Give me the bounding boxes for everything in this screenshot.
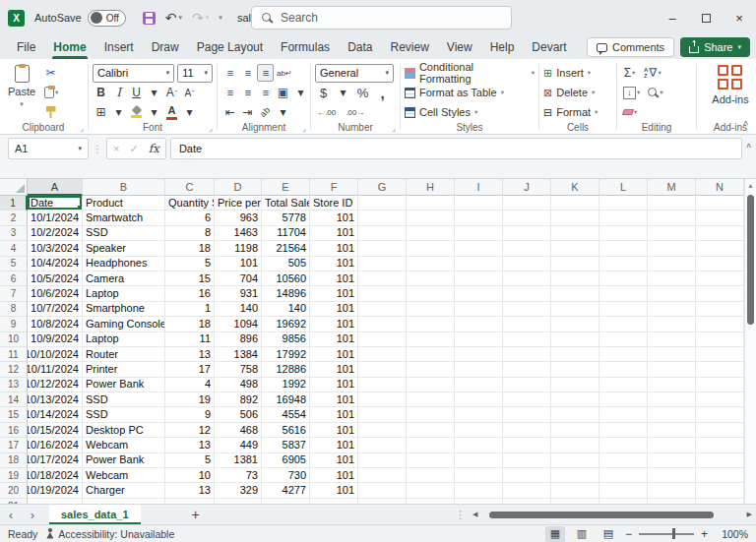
insert-function-button[interactable]: fx bbox=[149, 142, 159, 155]
cell-L11[interactable] bbox=[599, 347, 648, 362]
cell-J20[interactable] bbox=[503, 483, 551, 498]
cell-A6[interactable]: 10/5/2024 bbox=[28, 271, 83, 286]
cell-C12[interactable]: 17 bbox=[165, 362, 215, 377]
number-dialog-launcher-icon[interactable]: ⌟ bbox=[392, 124, 396, 133]
cell-E3[interactable]: 11704 bbox=[262, 226, 310, 241]
scroll-left-icon[interactable]: ◀ bbox=[472, 511, 477, 518]
cell-K20[interactable] bbox=[551, 483, 599, 498]
wrap-text-button[interactable]: ab↵ bbox=[275, 64, 294, 82]
font-color-dropdown[interactable]: ▾ bbox=[181, 103, 198, 121]
align-left-button[interactable]: ≡ bbox=[221, 84, 238, 101]
fill-color-button[interactable] bbox=[128, 103, 145, 121]
cell-D1[interactable]: Price per Unit bbox=[215, 196, 262, 211]
cell-E16[interactable]: 5616 bbox=[262, 423, 310, 438]
cell-B1[interactable]: Product bbox=[83, 196, 165, 211]
row-header-3[interactable]: 3 bbox=[0, 226, 28, 241]
cell-A1[interactable]: Date bbox=[28, 196, 83, 211]
cell-B18[interactable]: Power Bank bbox=[83, 453, 165, 468]
cell-K10[interactable] bbox=[551, 332, 599, 347]
cell-C13[interactable]: 4 bbox=[165, 378, 215, 392]
tab-draw[interactable]: Draw bbox=[143, 35, 188, 59]
cell-J7[interactable] bbox=[503, 286, 551, 301]
cell-M20[interactable] bbox=[648, 483, 696, 498]
cell-B7[interactable]: Laptop bbox=[83, 286, 165, 301]
orientation-button[interactable]: ab bbox=[257, 103, 274, 121]
cell-J16[interactable] bbox=[503, 423, 551, 438]
cell-I12[interactable] bbox=[455, 362, 503, 377]
cell-F8[interactable]: 101 bbox=[310, 302, 358, 317]
cell-L18[interactable] bbox=[599, 453, 648, 468]
cell-K3[interactable] bbox=[551, 226, 599, 241]
cell-C6[interactable]: 15 bbox=[165, 271, 215, 286]
cell-B9[interactable]: Gaming Console bbox=[83, 317, 165, 331]
italic-button[interactable]: I bbox=[110, 84, 127, 101]
cell-D13[interactable]: 498 bbox=[215, 378, 262, 392]
cell-G6[interactable] bbox=[358, 271, 407, 286]
cell-N17[interactable] bbox=[696, 438, 744, 452]
cell-K5[interactable] bbox=[551, 257, 599, 271]
cell-M19[interactable] bbox=[648, 468, 696, 483]
underline-button[interactable]: U bbox=[128, 84, 145, 101]
cell-J6[interactable] bbox=[503, 271, 551, 286]
autosum-button[interactable]: Σ▾ bbox=[621, 64, 638, 82]
cell-H12[interactable] bbox=[407, 362, 455, 377]
cell-A19[interactable]: 10/18/2024 bbox=[28, 468, 83, 483]
cell-F11[interactable]: 101 bbox=[310, 347, 358, 362]
cell-B10[interactable]: Laptop bbox=[83, 332, 165, 347]
cell-D5[interactable]: 101 bbox=[215, 257, 262, 271]
cell-I10[interactable] bbox=[455, 332, 503, 347]
cell-C16[interactable]: 12 bbox=[165, 423, 215, 438]
zoom-in-button[interactable]: + bbox=[701, 527, 708, 541]
cell-H9[interactable] bbox=[407, 317, 455, 331]
decrease-font-size-button[interactable]: Aˇ bbox=[181, 84, 198, 101]
cell-L9[interactable] bbox=[599, 317, 648, 331]
cell-N15[interactable] bbox=[696, 407, 744, 422]
cell-C18[interactable]: 5 bbox=[165, 453, 215, 468]
cell-E14[interactable]: 16948 bbox=[262, 392, 310, 407]
cell-J11[interactable] bbox=[503, 347, 551, 362]
cell-M5[interactable] bbox=[648, 257, 696, 271]
accounting-format-dropdown[interactable]: ▾ bbox=[335, 84, 351, 101]
cell-F4[interactable]: 101 bbox=[310, 241, 358, 256]
select-all-corner[interactable] bbox=[0, 179, 28, 196]
row-header-14[interactable]: 14 bbox=[0, 392, 28, 407]
tab-data[interactable]: Data bbox=[339, 35, 381, 59]
cell-M18[interactable] bbox=[648, 453, 696, 468]
cell-B11[interactable]: Router bbox=[83, 347, 165, 362]
sort-filter-button[interactable]: AZ ∇ ▾ bbox=[642, 64, 663, 82]
cell-J14[interactable] bbox=[503, 392, 551, 407]
column-header-f[interactable]: F bbox=[310, 179, 358, 196]
cell-L7[interactable] bbox=[599, 286, 648, 301]
cell-M15[interactable] bbox=[648, 407, 696, 422]
column-header-e[interactable]: E bbox=[262, 179, 310, 196]
bold-button[interactable]: B bbox=[93, 84, 109, 101]
cell-D9[interactable]: 1094 bbox=[215, 317, 262, 331]
cell-L8[interactable] bbox=[599, 302, 648, 317]
cell-K13[interactable] bbox=[551, 378, 599, 392]
collapse-ribbon-button[interactable]: ^ bbox=[743, 120, 748, 131]
cell-D12[interactable]: 758 bbox=[215, 362, 262, 377]
cell-A20[interactable]: 10/19/2024 bbox=[28, 483, 83, 498]
cell-H13[interactable] bbox=[407, 378, 455, 392]
cell-G10[interactable] bbox=[358, 332, 407, 347]
cell-E18[interactable]: 6905 bbox=[262, 453, 310, 468]
cell-K12[interactable] bbox=[551, 362, 599, 377]
cell-C3[interactable]: 8 bbox=[165, 226, 215, 241]
expand-formula-bar-icon[interactable]: ^ bbox=[746, 143, 751, 153]
cell-H14[interactable] bbox=[407, 392, 455, 407]
cell-M16[interactable] bbox=[648, 423, 696, 438]
clipboard-dialog-launcher-icon[interactable]: ⌟ bbox=[80, 124, 84, 133]
cell-L4[interactable] bbox=[599, 241, 648, 256]
tab-help[interactable]: Help bbox=[481, 35, 524, 59]
cell-J18[interactable] bbox=[503, 453, 551, 468]
fill-button[interactable]: ↓▾ bbox=[621, 84, 642, 101]
cell-D15[interactable]: 506 bbox=[215, 407, 262, 422]
cell-B6[interactable]: Camera bbox=[83, 271, 165, 286]
autosave-toggle[interactable]: Off bbox=[88, 10, 126, 27]
enter-button[interactable]: ✓ bbox=[129, 143, 138, 155]
row-header-6[interactable]: 6 bbox=[0, 271, 28, 286]
cell-N13[interactable] bbox=[696, 378, 744, 392]
cell-K15[interactable] bbox=[551, 407, 599, 422]
cell-B13[interactable]: Power Bank bbox=[83, 378, 165, 392]
column-header-m[interactable]: M bbox=[648, 179, 696, 196]
